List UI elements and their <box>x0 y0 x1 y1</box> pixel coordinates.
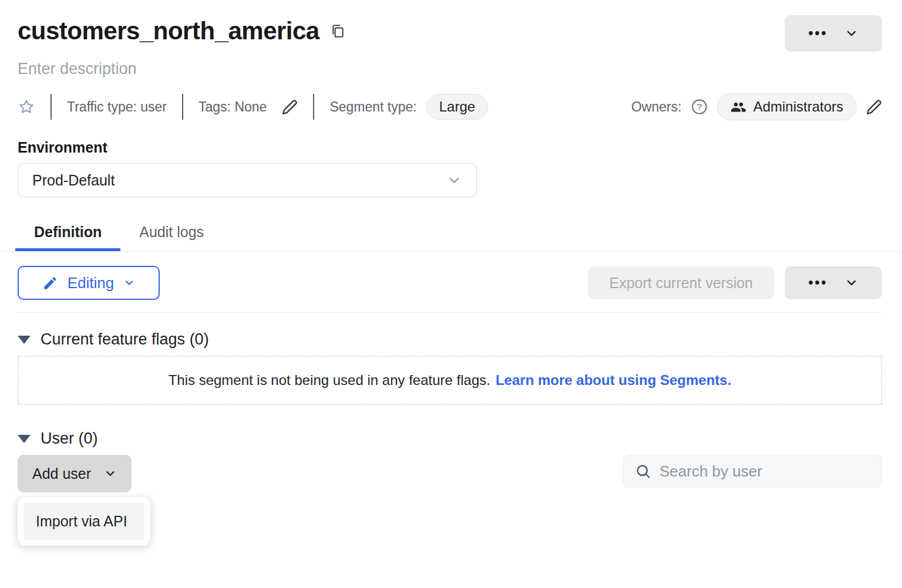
chevron-down-icon <box>104 467 117 480</box>
tab-audit-logs[interactable]: Audit logs <box>120 216 223 251</box>
environment-selected-value: Prod-Default <box>32 172 115 189</box>
add-user-label: Add user <box>32 465 91 482</box>
add-user-wrap: Add user Import via API <box>18 455 132 492</box>
header: customers_north_america ••• <box>18 15 882 52</box>
title-wrap: customers_north_america <box>18 15 345 48</box>
copy-icon[interactable] <box>330 23 345 39</box>
tab-bar: Definition Audit logs <box>0 216 902 252</box>
segment-detail-page: customers_north_america ••• Enter descri… <box>0 0 902 492</box>
chevron-down-icon <box>123 277 135 289</box>
editing-status-button[interactable]: Editing <box>18 266 160 300</box>
pencil-icon <box>42 275 58 291</box>
edit-tags-pencil-icon[interactable] <box>282 99 298 115</box>
star-icon[interactable] <box>18 98 35 116</box>
owners-chip[interactable]: Administrators <box>717 93 857 120</box>
segment-type-label: Segment type: <box>329 99 416 115</box>
tags-label: Tags: None <box>198 99 267 115</box>
add-user-button[interactable]: Add user <box>18 455 132 492</box>
search-by-user-input[interactable] <box>659 462 870 481</box>
user-toolbar: Add user Import via API <box>18 455 882 492</box>
empty-state-text: This segment is not being used in any fe… <box>169 372 490 388</box>
meta-row: Traffic type: user Tags: None Segment ty… <box>18 93 882 120</box>
learn-more-link[interactable]: Learn more about using Segments. <box>496 372 731 388</box>
chevron-down-icon <box>844 276 859 290</box>
definition-more-button[interactable]: ••• <box>785 266 882 299</box>
feature-flags-section-toggle[interactable]: Current feature flags (0) <box>18 330 882 349</box>
page-title: customers_north_america <box>18 15 319 48</box>
toolbar-right: Export current version ••• <box>588 266 882 299</box>
meta-left: Traffic type: user Tags: None Segment ty… <box>18 94 488 120</box>
export-current-version-button[interactable]: Export current version <box>588 266 774 299</box>
horizontal-divider <box>18 312 882 313</box>
ellipsis-icon: ••• <box>808 276 827 290</box>
add-user-dropdown-menu: Import via API <box>18 497 150 546</box>
edit-owners-pencil-icon[interactable] <box>866 99 882 115</box>
collapse-triangle-icon <box>18 336 31 344</box>
chevron-down-icon <box>844 26 859 40</box>
svg-text:?: ? <box>696 102 701 111</box>
collapse-triangle-icon <box>18 435 31 443</box>
menu-item-import-via-api[interactable]: Import via API <box>23 503 144 540</box>
tab-definition[interactable]: Definition <box>15 216 120 251</box>
ellipsis-icon: ••• <box>808 27 827 40</box>
tab-definition-label: Definition <box>34 224 102 241</box>
segment-type-group: Segment type: Large <box>329 94 488 120</box>
search-by-user-box <box>622 455 882 488</box>
owners-group: Owners: ? Administrators <box>631 93 882 120</box>
chevron-down-icon <box>446 173 462 188</box>
vertical-divider <box>51 94 52 120</box>
search-icon <box>635 463 651 479</box>
editing-label: Editing <box>68 274 115 292</box>
user-section-title: User (0) <box>41 430 98 448</box>
traffic-type-label: Traffic type: user <box>67 99 167 115</box>
owners-label: Owners: <box>631 99 682 115</box>
feature-flags-empty-state: This segment is not being used in any fe… <box>18 356 882 405</box>
vertical-divider <box>182 94 183 120</box>
description-placeholder[interactable]: Enter description <box>18 60 882 78</box>
environment-select[interactable]: Prod-Default <box>18 163 477 197</box>
vertical-divider <box>313 94 314 120</box>
definition-toolbar: Editing Export current version ••• <box>18 266 882 300</box>
help-icon[interactable]: ? <box>691 99 708 115</box>
environment-label: Environment <box>18 139 882 156</box>
segment-type-badge: Large <box>426 94 488 120</box>
owners-value: Administrators <box>753 99 843 115</box>
header-more-button[interactable]: ••• <box>785 15 882 52</box>
people-icon <box>731 99 746 115</box>
tab-audit-logs-label: Audit logs <box>139 224 204 241</box>
feature-flags-section-title: Current feature flags (0) <box>41 330 209 349</box>
user-section-toggle[interactable]: User (0) <box>18 430 882 448</box>
